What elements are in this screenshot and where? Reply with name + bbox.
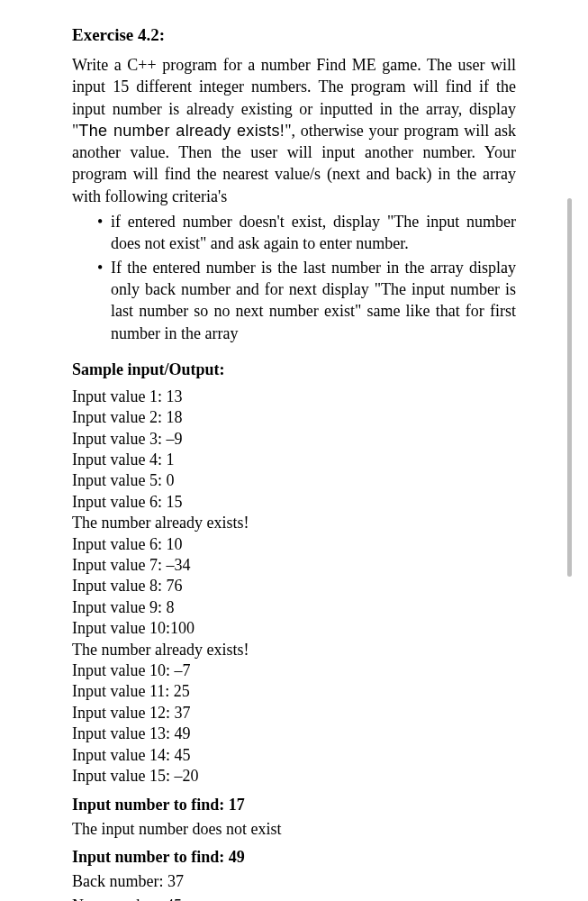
io-line: Input value 9: 8 [72, 597, 516, 618]
io-line: The number already exists! [72, 640, 516, 660]
io-block: Input value 1: 13 Input value 2: 18 Inpu… [72, 387, 516, 787]
io-line: Input value 1: 13 [72, 387, 516, 407]
find-result: The input number does not exist [72, 820, 516, 839]
io-line: Input value 5: 0 [72, 470, 516, 491]
next-number: Next number: 45 [72, 896, 516, 901]
exercise-title: Exercise 4.2: [72, 25, 516, 45]
io-line: Input value 14: 45 [72, 745, 516, 766]
io-line: Input value 15: –20 [72, 766, 516, 787]
io-line: Input value 10:100 [72, 618, 516, 639]
io-line: The number already exists! [72, 513, 516, 533]
criteria-list: if entered number doesn't exist, display… [72, 211, 516, 344]
criteria-item: If the entered number is the last number… [97, 257, 516, 344]
io-line: Input value 10: –7 [72, 660, 516, 681]
find-prompt: Input number to find: 17 [72, 796, 516, 815]
io-line: Input value 11: 25 [72, 681, 516, 702]
io-line: Input value 2: 18 [72, 407, 516, 428]
criteria-item: if entered number doesn't exist, display… [97, 211, 516, 255]
sample-heading: Sample input/Output: [72, 360, 516, 379]
io-line: Input value 4: 1 [72, 450, 516, 470]
io-line: Input value 12: 37 [72, 703, 516, 724]
io-line: Input value 6: 10 [72, 534, 516, 555]
io-line: Input value 6: 15 [72, 492, 516, 513]
scrollbar[interactable] [567, 198, 572, 577]
io-line: Input value 8: 76 [72, 576, 516, 596]
io-line: Input value 3: –9 [72, 429, 516, 450]
description-mono: The number already exists! [78, 122, 285, 140]
find-prompt: Input number to find: 49 [72, 848, 516, 867]
io-line: Input value 7: –34 [72, 555, 516, 576]
io-line: Input value 13: 49 [72, 724, 516, 744]
exercise-description: Write a C++ program for a number Find ME… [72, 54, 516, 207]
back-number: Back number: 37 [72, 872, 516, 891]
